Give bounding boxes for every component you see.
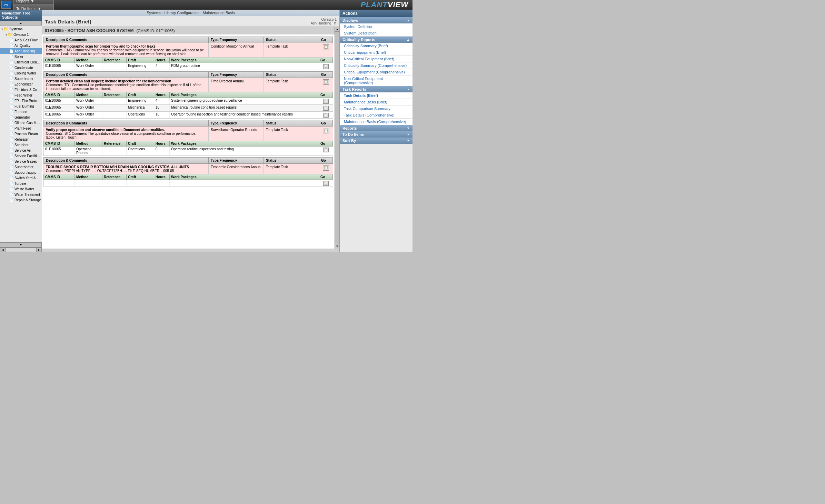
actions-panel: Actions Displays▲System DefinitionSystem…: [339, 10, 412, 252]
content-scroll-up[interactable]: ▲: [335, 27, 339, 32]
settings-icon[interactable]: ⚙: [334, 21, 337, 25]
nav-scroll-right[interactable]: ►: [36, 248, 42, 252]
nav-item-label: Air Quality: [14, 44, 30, 48]
nav-item[interactable]: 📄Air & Gas Flow: [0, 37, 42, 43]
nav-item[interactable]: 📄FP - Fire Protection: [0, 98, 42, 103]
doc-icon: 📄: [9, 171, 13, 174]
nav-item[interactable]: 📄Condensate: [0, 65, 42, 70]
row-copy-icon[interactable]: 📋: [323, 181, 329, 186]
nav-item[interactable]: 📄Repair & Storage: [0, 197, 42, 203]
sub-table-header: CMMS IDMethodReferenceCraftHoursWork Pac…: [43, 58, 333, 63]
nav-item[interactable]: 📄Air Quality: [0, 43, 42, 48]
nav-item[interactable]: 📄Ash Handling: [0, 48, 42, 54]
action-item-task-comparison-summary[interactable]: Task Comparison Summary: [340, 105, 412, 112]
nav-item[interactable]: 📄Switch Yard & Substation: [0, 175, 42, 181]
nav-scroll-left[interactable]: ◄: [0, 248, 6, 252]
action-item-task-details-(brief)[interactable]: Task Details (Brief): [340, 92, 412, 99]
sub-data-row: 01E10065Work OrderEngineering4System eng…: [43, 98, 333, 105]
nav-item[interactable]: 📄Plant Feed: [0, 125, 42, 131]
doc-icon: 📄: [9, 176, 13, 180]
action-item-non-critical-equipment-(comprehensive)[interactable]: Non-Critical Equipment (Comprehensive): [340, 75, 412, 86]
nav-item[interactable]: 📄Feed Water: [0, 92, 42, 98]
nav-item[interactable]: 📄Waste Water: [0, 186, 42, 192]
nav-scroll-up[interactable]: ▲: [0, 21, 42, 26]
task-copy-icon[interactable]: 📋: [323, 79, 329, 85]
actions-section-header-criticality-reports[interactable]: Criticality Reports▲: [340, 37, 412, 43]
action-item-critical-equipment-(brief)[interactable]: Critical Equipment (Brief): [340, 49, 412, 56]
doc-icon: 📄: [9, 93, 13, 97]
content-info: Owasco 1 Ash Handling ⚙: [311, 18, 337, 25]
action-item-non-critical-equipment-(brief)[interactable]: Non-Critical Equipment (Brief): [340, 56, 412, 62]
nav-item[interactable]: 📄Generator: [0, 114, 42, 120]
nav-item[interactable]: 📄Furnace: [0, 109, 42, 114]
breadcrumb: Systems : Library Configuration : Mainte…: [42, 10, 339, 16]
nav-item-label: Scrubber: [14, 143, 29, 147]
action-item-maintenance-basis-(comprehensive)[interactable]: Maintenance Basis (Comprehensive): [340, 119, 412, 125]
action-item-critical-equipment-(comprehensive)[interactable]: Critical Equipment (Comprehensive): [340, 69, 412, 75]
doc-icon: 📄: [9, 132, 13, 136]
nav-item[interactable]: 📄Service Air: [0, 148, 42, 153]
nav-item-label: Condensate: [14, 66, 33, 70]
nav-item[interactable]: 📄Economizer: [0, 81, 42, 87]
doc-icon: 📄: [9, 110, 13, 114]
nav-item-label: Process Steam: [14, 132, 38, 136]
content-panel: Systems : Library Configuration : Mainte…: [42, 10, 339, 252]
actions-section-header-task-reports[interactable]: Task Reports▲: [340, 86, 412, 92]
nav-item[interactable]: 📄Boiler: [0, 54, 42, 59]
nav-item[interactable]: 📄Fuel Burning: [0, 103, 42, 109]
doc-icon: 📄: [9, 71, 13, 75]
nav-item[interactable]: 📄Chemical Clean (Acid Wash): [0, 59, 42, 65]
task-copy-icon[interactable]: 📋: [323, 165, 329, 171]
nav-item[interactable]: 📄Electrical & Control Systems: [0, 87, 42, 92]
action-item-maintenance-basis-(brief)[interactable]: Maintenance Basis (Brief): [340, 99, 412, 105]
action-item-system-definition[interactable]: System Definition: [340, 23, 412, 30]
nav-item[interactable]: 📄Cooling Water: [0, 70, 42, 76]
row-copy-icon[interactable]: 📋: [323, 99, 329, 104]
nav-item[interactable]: 📄Water Treatment: [0, 192, 42, 197]
nav-item-label: Switch Yard & Substation: [14, 176, 41, 180]
nav-item-label: Reheater: [14, 138, 29, 141]
doc-icon: 📄: [9, 127, 13, 130]
nav-item-label: Systems: [9, 27, 22, 31]
nav-item[interactable]: 📄Service Gases: [0, 159, 42, 164]
doc-icon: 📄: [9, 82, 13, 86]
nav-item[interactable]: 📄Turbine: [0, 181, 42, 186]
nav-item-label: Oil and Gas Management: [14, 121, 41, 125]
content-scroll-down[interactable]: ▼: [335, 244, 339, 249]
nav-item[interactable]: 📄Support Equipment: [0, 170, 42, 175]
nav-item[interactable]: 📄Superheater: [0, 76, 42, 81]
nav-scroll-down[interactable]: ▼: [0, 242, 42, 247]
section-arrow: ▼: [407, 133, 410, 136]
row-copy-icon[interactable]: 📋: [323, 106, 329, 111]
action-item-criticality-summary-(brief)[interactable]: Criticality Summary (Brief): [340, 43, 412, 49]
toolbar-btn-reports[interactable]: Reports ▼: [13, 0, 54, 5]
actions-section-header-reports[interactable]: Reports▼: [340, 125, 412, 131]
app-logo[interactable]: PV: [1, 1, 11, 9]
task-copy-icon[interactable]: 📋: [323, 44, 329, 50]
action-item-task-details-(comprehensive)[interactable]: Task Details (Comprehensive): [340, 112, 412, 119]
action-item-criticality-summary-(comprehensive)[interactable]: Criticality Summary (Comprehensive): [340, 62, 412, 69]
nav-item[interactable]: ▼📁Systems: [0, 26, 42, 32]
row-copy-icon[interactable]: 📋: [323, 64, 329, 69]
nav-item[interactable]: 📄Oil and Gas Management: [0, 120, 42, 125]
nav-item-label: FP - Fire Protection: [14, 99, 41, 103]
actions-section-header-sort-by[interactable]: Sort By▼: [340, 138, 412, 144]
nav-item-label: Furnace: [14, 110, 27, 114]
nav-item[interactable]: ▼📁Owasco 1: [0, 32, 42, 37]
actions-section-header-to-do-items[interactable]: To Do Items▼: [340, 131, 412, 138]
nav-tree: ▼📁Systems▼📁Owasco 1📄Air & Gas Flow📄Air Q…: [0, 26, 42, 242]
nav-item[interactable]: 📄Reheater: [0, 137, 42, 142]
nav-item[interactable]: 📄Superheater: [0, 164, 42, 170]
action-item-system-description[interactable]: System Description: [340, 30, 412, 37]
task-header-row: Description & CommentsType/FrequencyStat…: [43, 71, 333, 78]
sub-table-header: CMMS IDMethodReferenceCraftHoursWork Pac…: [43, 174, 333, 180]
actions-section-header-displays[interactable]: Displays▲: [340, 17, 412, 23]
task-desc-row: Perform thermographic scan for proper fl…: [43, 43, 333, 58]
row-copy-icon[interactable]: 📋: [323, 148, 329, 152]
row-copy-icon[interactable]: 📋: [323, 113, 329, 118]
nav-item[interactable]: 📄Scrubber: [0, 142, 42, 148]
doc-icon: 📄: [9, 55, 13, 59]
nav-item[interactable]: 📄Process Steam: [0, 131, 42, 137]
task-copy-icon[interactable]: 📋: [323, 128, 329, 133]
nav-item[interactable]: 📄Service Facilities (Buildings &: [0, 153, 42, 159]
